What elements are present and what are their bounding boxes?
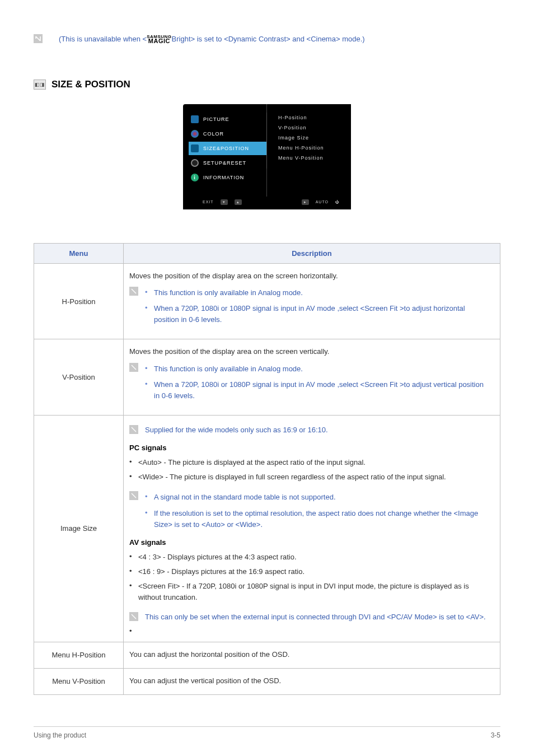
av-bullet-169: <16 : 9> - Displays pictures at the 16:9… [129,565,491,580]
table-row-hposition: H-Position Moves the position of the dis… [34,263,500,339]
samsung-magic-logo: SAMSUNGMAGIC [147,35,171,44]
vposition-intro: Moves the position of the display area o… [129,346,491,357]
hposition-label: H-Position [34,263,124,339]
empty-bullet [129,625,491,628]
imagesize-topnote: Supplied for the wide models only such a… [145,424,328,436]
osd-left-panel: PICTURE COLOR SIZE&POSITION SETUP&RESET … [183,104,267,197]
table-row-vposition: V-Position Moves the position of the dis… [34,339,500,416]
hposition-note-1: This function is only available in Analo… [145,286,491,302]
osd-right-menuh: Menu H-Position [278,143,351,153]
vposition-note-1: This function is only available in Analo… [145,362,491,378]
page-footer: Using the product 3-5 [34,726,500,739]
note-suffix: Bright> is set to <Dynamic Contrast> and… [172,35,365,43]
osd-down-icon: ▾ [221,199,228,205]
menuv-label: Menu V-Position [34,668,124,694]
section-heading: ◧◨ SIZE & POSITION [34,79,500,90]
table-header-description: Description [124,243,500,263]
table-row-menuh: Menu H-Position You can adjust the horiz… [34,642,500,668]
osd-right-panel: H-Position V-Position Image Size Menu H-… [267,104,351,197]
note-icon [129,363,138,372]
av-signals-heading: AV signals [129,537,491,548]
table-row-menuv: Menu V-Position You can adjust the verti… [34,668,500,694]
footer-left: Using the product [34,731,86,739]
osd-up-icon: ▴ [235,199,242,205]
size-position-icon: ◧◨ [34,80,46,90]
vposition-desc: Moves the position of the display area o… [124,339,500,416]
osd-bottom-bar: EXIT ▾ ▴ ▸ AUTO ⏻ [183,197,351,209]
osd-item-information: iINFORMATION [189,171,266,184]
note-icon [34,34,43,43]
menuv-desc: You can adjust the vertical position of … [124,668,500,694]
hposition-note-2: When a 720P, 1080i or 1080P signal is in… [145,302,491,329]
pc-note-2: If the resolution is set to the optimal … [145,507,491,534]
av-bullet-43: <4 : 3> - Displays pictures at the 4:3 a… [129,550,491,565]
top-unavailability-note: (This is unavailable when <SAMSUNGMAGICB… [59,34,500,45]
imagesize-desc: Supplied for the wide models only such a… [124,415,500,642]
menuh-label: Menu H-Position [34,642,124,668]
pc-note-1: A signal not in the standard mode table … [145,491,491,506]
osd-right-menuv: Menu V-Position [278,153,351,163]
hposition-intro: Moves the position of the display area o… [129,270,491,282]
menuh-desc: You can adjust the horizontal position o… [124,642,500,668]
osd-power-icon: ⏻ [335,200,340,204]
osd-right-vposition: V-Position [278,123,351,133]
note-icon [129,287,138,296]
table-row-imagesize: Image Size Supplied for the wide models … [34,415,500,642]
vposition-label: V-Position [34,339,124,416]
note-icon [129,491,138,500]
osd-item-color: COLOR [189,127,266,141]
osd-item-picture: PICTURE [189,113,266,126]
av-bullet-screenfit: <Screen Fit> - If a 720P, 1080i or 1080P… [129,580,491,605]
vposition-note-2: When a 720P, 1080i or 1080P signal is in… [145,378,491,405]
osd-right-imagesize: Image Size [278,133,351,143]
note-icon [129,425,138,434]
note-prefix: (This is unavailable when < [59,35,147,43]
osd-enter-icon: ▸ [302,199,309,205]
footer-right: 3-5 [491,731,500,739]
pc-bullet-wide: <Wide> - The picture is displayed in ful… [129,470,491,485]
section-title: SIZE & POSITION [51,79,130,90]
osd-exit-label: EXIT [203,200,214,204]
osd-menu-screenshot: PICTURE COLOR SIZE&POSITION SETUP&RESET … [183,104,351,209]
osd-item-sizeposition: SIZE&POSITION [189,142,266,155]
hposition-desc: Moves the position of the display area o… [124,263,500,339]
av-note: This can only be set when the external i… [145,612,486,623]
pc-bullet-auto: <Auto> - The picture is displayed at the… [129,456,491,470]
pc-signals-heading: PC signals [129,442,491,454]
osd-item-setupreset: SETUP&RESET [189,156,266,170]
spec-table: Menu Description H-Position Moves the po… [34,243,500,695]
note-icon [129,612,138,621]
osd-right-hposition: H-Position [278,113,351,123]
imagesize-label: Image Size [34,415,124,642]
table-header-menu: Menu [34,243,124,263]
osd-auto-label: AUTO [316,200,329,204]
